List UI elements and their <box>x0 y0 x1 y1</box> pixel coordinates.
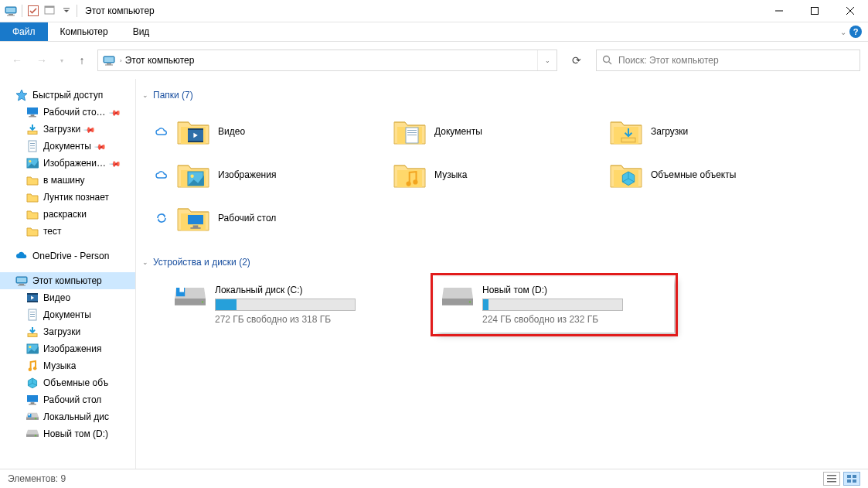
svg-rect-54 <box>188 141 203 142</box>
videos-folder-icon <box>176 116 210 147</box>
svg-rect-76 <box>179 288 184 292</box>
tree-item[interactable]: Лунтик познает <box>0 189 135 206</box>
folder-tile[interactable]: Объемные объекты <box>587 153 804 196</box>
svg-rect-28 <box>19 284 24 285</box>
tree-quick-access[interactable]: Быстрый доступ <box>0 87 135 104</box>
tree-item[interactable]: Документы 📌 <box>0 138 135 155</box>
status-item-count: Элементов: 9 <box>8 473 66 484</box>
pin-icon: 📌 <box>109 157 121 169</box>
tab-file[interactable]: Файл <box>0 22 48 41</box>
folder-tile[interactable]: Видео <box>155 110 371 153</box>
tree-item[interactable]: Загрузки 📌 <box>0 121 135 138</box>
view-tiles-button[interactable] <box>843 472 860 486</box>
sync-status-icon <box>371 116 385 147</box>
folder-tile[interactable]: Рабочий стол <box>155 196 371 240</box>
tree-item[interactable]: Рабочий стол <box>0 391 135 408</box>
tree-label: Лунтик познает <box>43 192 109 203</box>
sync-status-icon <box>587 116 601 147</box>
tree-item[interactable]: тест <box>0 223 135 240</box>
tree-this-pc[interactable]: Этот компьютер <box>0 272 135 289</box>
qat-divider <box>22 5 22 17</box>
refresh-button[interactable]: ⟳ <box>563 49 590 71</box>
tree-item[interactable]: в машину <box>0 172 135 189</box>
tree-label: Этот компьютер <box>32 275 102 286</box>
tree-label: Объемные объ <box>43 377 108 388</box>
tab-computer[interactable]: Компьютер <box>48 22 121 41</box>
svg-rect-53 <box>188 128 203 130</box>
qat-dropdown-icon[interactable] <box>44 5 56 17</box>
folder-tile[interactable]: Изображения <box>155 153 371 196</box>
folder-label: Рабочий стол <box>218 213 276 224</box>
address-dropdown[interactable]: ⌄ <box>537 50 557 70</box>
svg-rect-43 <box>31 402 35 404</box>
svg-rect-58 <box>407 132 417 133</box>
svg-rect-29 <box>18 285 26 286</box>
ribbon-expand-icon[interactable]: ⌄ <box>840 28 846 36</box>
group-folders-header[interactable]: ⌄ Папки (7) <box>136 85 868 105</box>
tab-view[interactable]: Вид <box>121 22 162 41</box>
drive-c-icon <box>26 411 39 423</box>
tree-item[interactable]: Изображения <box>0 340 135 357</box>
close-button[interactable] <box>832 0 868 22</box>
svg-rect-77 <box>442 299 473 305</box>
search-input[interactable]: Поиск: Этот компьютер <box>596 49 860 71</box>
address-pc-icon <box>98 54 120 67</box>
drive-tile[interactable]: Новый том (D:) 224 ГБ свободно из 232 ГБ <box>434 277 674 333</box>
qat-more-icon[interactable] <box>61 8 72 14</box>
svg-rect-42 <box>27 395 38 402</box>
help-button[interactable]: ? <box>849 26 862 38</box>
svg-rect-83 <box>853 475 856 478</box>
tree-item[interactable]: Видео <box>0 289 135 306</box>
tree-label: Новый том (D:) <box>43 428 108 439</box>
svg-rect-71 <box>193 225 199 227</box>
tree-label: Изображени… <box>43 158 106 169</box>
tree-onedrive[interactable]: OneDrive - Person <box>0 247 135 264</box>
svg-point-14 <box>604 56 610 63</box>
collapse-icon: ⌄ <box>142 258 148 266</box>
svg-rect-70 <box>188 215 203 224</box>
tree-label: Загрузки <box>43 326 80 337</box>
tree-item[interactable]: Новый том (D:) <box>0 425 135 442</box>
tree-item[interactable]: Рабочий сто… 📌 <box>0 104 135 121</box>
documents-icon <box>26 309 39 321</box>
downloads-folder-icon <box>609 116 643 147</box>
qat-properties-icon[interactable] <box>27 5 39 17</box>
svg-rect-31 <box>27 293 38 295</box>
tree-item[interactable]: Музыка <box>0 357 135 374</box>
minimize-button[interactable] <box>761 0 797 22</box>
drive-tile[interactable]: Локальный диск (C:) 272 ГБ свободно из 3… <box>167 277 407 333</box>
documents-icon <box>26 140 39 152</box>
svg-rect-6 <box>45 6 54 8</box>
back-button[interactable]: ← <box>8 51 26 70</box>
tree-item[interactable]: Локальный дис <box>0 408 135 425</box>
folder-tile[interactable]: Музыка <box>371 153 587 196</box>
tree-item[interactable]: Загрузки <box>0 323 135 340</box>
folder-tile[interactable]: Документы <box>371 110 587 153</box>
folder-tile[interactable]: Загрузки <box>587 110 804 153</box>
maximize-button[interactable] <box>797 0 832 22</box>
pin-icon: 📌 <box>94 140 107 152</box>
tree-item[interactable]: Изображени… 📌 <box>0 155 135 172</box>
forward-button[interactable]: → <box>32 51 51 70</box>
view-details-button[interactable] <box>823 472 840 486</box>
breadcrumb[interactable]: Этот компьютер <box>122 50 198 70</box>
svg-rect-3 <box>7 15 15 16</box>
tree-item[interactable]: Объемные объ <box>0 374 135 391</box>
tree-item[interactable]: Документы <box>0 306 135 323</box>
svg-rect-12 <box>107 63 111 65</box>
folder-icon <box>26 191 39 203</box>
svg-rect-59 <box>407 135 417 135</box>
svg-rect-36 <box>30 316 35 317</box>
folder-label: Музыка <box>434 169 467 180</box>
history-dropdown[interactable]: ▾ <box>57 57 66 64</box>
drive-icon <box>26 428 39 440</box>
address-bar[interactable]: › Этот компьютер ⌄ <box>97 49 557 71</box>
svg-rect-8 <box>775 11 783 12</box>
svg-rect-61 <box>621 138 635 142</box>
svg-rect-7 <box>63 9 70 9</box>
group-drives-header[interactable]: ⌄ Устройства и диски (2) <box>136 252 868 272</box>
svg-rect-32 <box>27 301 38 302</box>
tree-label: Быстрый доступ <box>32 90 103 101</box>
tree-item[interactable]: раскраски <box>0 206 135 223</box>
up-button[interactable]: ↑ <box>73 51 91 70</box>
